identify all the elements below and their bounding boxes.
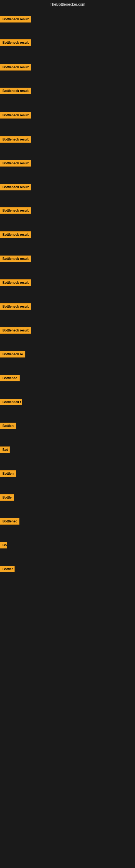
bottleneck-result-item-8[interactable]: Bottleneck result: [0, 184, 31, 191]
bottleneck-result-item-17[interactable]: Bottleneck r: [0, 399, 22, 406]
bottleneck-badge-14: Bottleneck result: [0, 327, 31, 334]
bottleneck-badge-17: Bottleneck r: [0, 399, 22, 405]
bottleneck-badge-19: Bot: [0, 446, 10, 453]
bottleneck-badge-21: Bottle: [0, 494, 14, 501]
bottleneck-badge-3: Bottleneck result: [0, 64, 31, 70]
bottleneck-result-item-18[interactable]: Bottlen: [0, 423, 16, 430]
bottleneck-badge-13: Bottleneck result: [0, 303, 31, 310]
bottleneck-badge-4: Bottleneck result: [0, 88, 31, 94]
bottleneck-result-item-2[interactable]: Bottleneck result: [0, 39, 31, 47]
bottleneck-badge-8: Bottleneck result: [0, 184, 31, 190]
bottleneck-badge-18: Bottlen: [0, 423, 16, 429]
bottleneck-result-item-12[interactable]: Bottleneck result: [0, 279, 31, 287]
bottleneck-result-item-7[interactable]: Bottleneck result: [0, 160, 31, 167]
bottleneck-result-item-21[interactable]: Bottle: [0, 494, 14, 502]
bottleneck-result-item-20[interactable]: Bottlen: [0, 470, 16, 478]
bottleneck-result-item-16[interactable]: Bottlenec: [0, 375, 20, 382]
bottleneck-badge-11: Bottleneck result: [0, 255, 31, 262]
bottleneck-result-item-22[interactable]: Bottlenec: [0, 518, 19, 526]
bottleneck-result-item-5[interactable]: Bottleneck result: [0, 112, 31, 120]
bottleneck-badge-5: Bottleneck result: [0, 112, 31, 119]
bottleneck-result-item-9[interactable]: Bottleneck result: [0, 207, 31, 215]
bottleneck-badge-6: Bottleneck result: [0, 136, 31, 143]
bottleneck-badge-12: Bottleneck result: [0, 279, 31, 286]
bottleneck-result-item-13[interactable]: Bottleneck result: [0, 303, 31, 311]
bottleneck-result-item-11[interactable]: Bottleneck result: [0, 255, 31, 263]
bottleneck-badge-1: Bottleneck result: [0, 16, 31, 23]
bottleneck-badge-23: Bo: [0, 542, 7, 549]
bottleneck-result-item-1[interactable]: Bottleneck result: [0, 16, 31, 24]
bottleneck-badge-16: Bottlenec: [0, 375, 20, 381]
bottleneck-result-item-14[interactable]: Bottleneck result: [0, 327, 31, 335]
bottleneck-result-item-10[interactable]: Bottleneck result: [0, 231, 31, 239]
bottleneck-badge-9: Bottleneck result: [0, 207, 31, 214]
site-title: TheBottlenecker.com: [0, 0, 135, 9]
bottleneck-result-item-19[interactable]: Bot: [0, 446, 10, 454]
bottleneck-result-item-23[interactable]: Bo: [0, 542, 7, 550]
bottleneck-badge-15: Bottleneck re: [0, 351, 26, 358]
bottleneck-result-item-15[interactable]: Bottleneck re: [0, 351, 26, 359]
bottleneck-badge-24: Bottler: [0, 566, 14, 572]
bottleneck-badge-10: Bottleneck result: [0, 231, 31, 238]
bottleneck-result-item-6[interactable]: Bottleneck result: [0, 136, 31, 144]
bottleneck-result-item-24[interactable]: Bottler: [0, 566, 14, 574]
bottleneck-result-item-4[interactable]: Bottleneck result: [0, 88, 31, 95]
bottleneck-result-item-3[interactable]: Bottleneck result: [0, 64, 31, 72]
bottleneck-badge-2: Bottleneck result: [0, 39, 31, 46]
bottleneck-badge-7: Bottleneck result: [0, 160, 31, 166]
bottleneck-badge-20: Bottlen: [0, 470, 16, 477]
bottleneck-badge-22: Bottlenec: [0, 518, 19, 525]
